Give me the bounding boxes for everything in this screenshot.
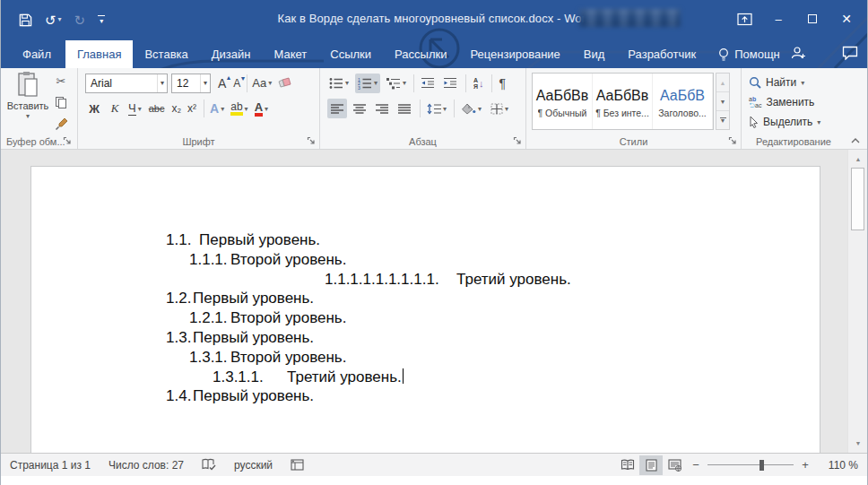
maximize-button[interactable]: [795, 5, 829, 32]
sort-button[interactable]: АЯ ↓: [472, 74, 486, 93]
strikethrough-button[interactable]: abc: [149, 99, 165, 118]
style-card[interactable]: АаБбВв¶ Обычный: [533, 74, 593, 129]
read-mode-button[interactable]: [616, 455, 639, 475]
group-editing: Найти ▾ ab⮌ac Заменить Выделить ▾ Редакт…: [742, 68, 846, 149]
web-layout-button[interactable]: [663, 455, 686, 475]
document-line[interactable]: 1.1.1.Второй уровень.: [31, 251, 820, 271]
bullet-list-icon: [329, 77, 343, 90]
bold-button[interactable]: Ж: [87, 99, 101, 118]
tab-references[interactable]: Ссылки: [318, 40, 383, 68]
cut-button[interactable]: ✂: [51, 72, 71, 90]
multilevel-list-button[interactable]: ▾: [385, 74, 408, 93]
change-case-button[interactable]: Aa▾: [252, 74, 272, 93]
select-label: Выделить: [763, 116, 812, 128]
show-paragraph-marks-button[interactable]: ¶: [498, 74, 508, 93]
bullets-button[interactable]: ▾: [327, 74, 351, 93]
page-indicator[interactable]: Страница 1 из 1: [10, 459, 91, 472]
font-dialog-launcher[interactable]: [307, 136, 317, 146]
font-size-combo[interactable]: 12 ▾: [171, 74, 211, 93]
align-right-button[interactable]: [372, 99, 392, 118]
tab-help[interactable]: Помощн: [707, 40, 791, 68]
increase-indent-button[interactable]: [441, 74, 459, 93]
replace-button[interactable]: ab⮌ac Заменить: [749, 93, 814, 111]
collapse-ribbon-button[interactable]: [850, 137, 861, 144]
format-painter-button[interactable]: [51, 115, 71, 133]
clipboard-dialog-launcher[interactable]: [63, 136, 73, 146]
paste-button[interactable]: Вставить ▾: [6, 71, 49, 134]
document-line[interactable]: 1.3.1.1.Третий уровень.: [31, 368, 820, 388]
document-line[interactable]: 1.3.1.Второй уровень.: [31, 349, 820, 368]
line-spacing-button[interactable]: ▾: [425, 99, 448, 118]
highlight-color-button[interactable]: ab▾: [230, 99, 247, 118]
tab-insert[interactable]: Вставка: [133, 40, 199, 68]
decrease-indent-button[interactable]: [419, 74, 437, 93]
combo-caret-icon: ▾: [200, 74, 210, 92]
copy-button[interactable]: [51, 93, 71, 111]
window-controls: – ✕: [727, 5, 864, 32]
subscript-button[interactable]: x₂: [171, 99, 181, 118]
styles-scroll-up-button[interactable]: ▲: [716, 74, 729, 92]
proofing-status[interactable]: [202, 458, 216, 472]
styles-dialog-launcher[interactable]: [728, 136, 738, 146]
list-number: 1.2.: [166, 290, 191, 307]
list-text: Второй уровень.: [230, 309, 346, 327]
font-color-button[interactable]: А▾: [255, 99, 268, 118]
document-line[interactable]: 1.2.1.Второй уровень.: [31, 309, 820, 329]
vertical-scrollbar[interactable]: ▲ ▼: [847, 150, 867, 453]
style-card[interactable]: АаБбВЗаголово...: [653, 74, 713, 129]
tab-view[interactable]: Вид: [572, 40, 617, 68]
styles-scroll-down-button[interactable]: ▼: [716, 92, 729, 111]
share-contact-button[interactable]: [791, 46, 806, 64]
font-family-combo[interactable]: Arial ▾: [85, 74, 168, 93]
scrollbar-thumb[interactable]: [851, 168, 864, 230]
document-line[interactable]: 1.1.1.1.1.1.1.1.1.Третий уровень.: [31, 271, 820, 290]
style-name: ¶ Обычный: [538, 108, 587, 118]
zoom-out-button[interactable]: −: [686, 458, 706, 472]
style-card[interactable]: АаБбВв¶ Без инте...: [593, 74, 653, 129]
zoom-slider[interactable]: [707, 455, 794, 475]
tab-home[interactable]: Главная: [65, 40, 133, 68]
document-line[interactable]: 1.1.Первый уровень.: [31, 231, 820, 251]
grow-font-button[interactable]: А▲: [218, 74, 226, 93]
document-line[interactable]: 1.4.Первый уровень.: [31, 387, 820, 407]
tab-layout[interactable]: Макет: [262, 40, 318, 68]
scroll-up-button[interactable]: ▲: [848, 152, 868, 167]
tab-developer[interactable]: Разработчик: [616, 40, 707, 68]
tab-mailings[interactable]: Рассылки: [383, 40, 458, 68]
shading-button[interactable]: ▾: [459, 99, 483, 118]
minimize-button[interactable]: –: [761, 5, 795, 32]
align-left-button[interactable]: [327, 99, 347, 118]
clear-formatting-button[interactable]: [277, 74, 291, 93]
document-line[interactable]: 1.2.Первый уровень.: [31, 290, 820, 309]
macro-recording-button[interactable]: [291, 459, 304, 471]
shrink-font-button[interactable]: А▼: [233, 74, 240, 93]
document-line[interactable]: 1.3.Первый уровень.: [31, 329, 820, 349]
text-effects-button[interactable]: А▾: [210, 99, 224, 118]
zoom-level[interactable]: 110 %: [815, 459, 858, 472]
word-count[interactable]: Число слов: 27: [108, 459, 184, 472]
tab-review[interactable]: Рецензирование: [458, 40, 571, 68]
borders-button[interactable]: ▾: [489, 99, 510, 118]
select-button[interactable]: Выделить ▾: [749, 113, 820, 131]
ribbon-display-options-button[interactable]: [727, 5, 761, 32]
italic-button[interactable]: К: [108, 99, 121, 118]
superscript-button[interactable]: x²: [187, 99, 196, 118]
document-page[interactable]: 1.1.Первый уровень.1.1.1.Второй уровень.…: [30, 166, 820, 453]
close-button[interactable]: ✕: [829, 5, 864, 32]
tab-file[interactable]: Файл: [8, 40, 65, 68]
underline-button[interactable]: Ч▾: [128, 99, 142, 118]
borders-icon: [490, 103, 503, 115]
print-layout-button[interactable]: [639, 455, 663, 475]
find-button[interactable]: Найти ▾: [749, 74, 804, 91]
styles-more-button[interactable]: ▼: [716, 111, 729, 129]
align-center-button[interactable]: [350, 99, 369, 118]
tab-design[interactable]: Дизайн: [200, 40, 263, 68]
zoom-in-button[interactable]: +: [795, 458, 815, 472]
language-indicator[interactable]: русский: [234, 459, 273, 472]
numbering-button[interactable]: 123 ▾: [355, 74, 380, 93]
paragraph-dialog-launcher[interactable]: [513, 136, 523, 146]
comments-button[interactable]: [842, 46, 858, 64]
justify-button[interactable]: [395, 99, 414, 118]
scroll-down-button[interactable]: ▼: [848, 436, 868, 451]
zoom-slider-handle[interactable]: [760, 460, 764, 471]
